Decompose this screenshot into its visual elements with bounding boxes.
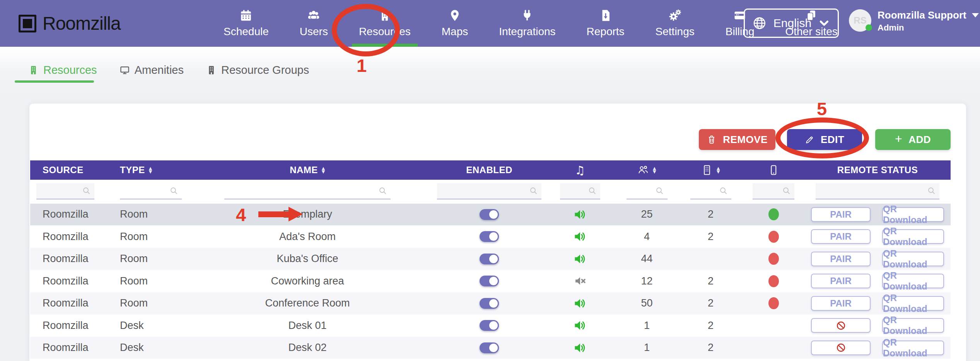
table-row-coworking-area[interactable]: Roomzilla Room Coworking area 12 2 PAIR …	[30, 270, 951, 292]
enabled-toggle-on[interactable]	[480, 298, 499, 309]
table-row-desk-02[interactable]: Roomzilla Desk Desk 02 1 2 QR Download	[30, 336, 951, 359]
nav-item-integrations[interactable]: Integrations	[496, 0, 558, 47]
remote-status-filter-input[interactable]	[816, 183, 939, 199]
active-nav-indicator	[352, 44, 418, 47]
name-filter-input[interactable]	[224, 183, 391, 199]
table-row-conference-room[interactable]: Roomzilla Room Conference Room 50 2 PAIR…	[30, 292, 951, 314]
pair-button[interactable]: PAIR	[811, 274, 871, 288]
header-screens[interactable]: ▲▼	[679, 160, 743, 180]
header-type[interactable]: TYPE▲▼	[97, 160, 182, 180]
cell-type: Room	[97, 293, 182, 314]
edit-button[interactable]: EDIT	[787, 129, 862, 150]
enabled-toggle-on[interactable]	[480, 231, 499, 242]
plus-icon: +	[895, 132, 902, 146]
users-icon	[307, 9, 320, 22]
filter-row	[30, 180, 951, 203]
nav-item-reports[interactable]: Reports	[584, 0, 628, 47]
roomzilla-logo[interactable]: Roomzilla	[19, 0, 121, 47]
monitor-icon	[120, 65, 130, 75]
globe-icon	[753, 16, 767, 30]
cell-type: Desk	[97, 315, 182, 337]
header-capacity[interactable]: ▲▼	[615, 160, 679, 180]
capacity-filter-input[interactable]	[627, 183, 668, 199]
qr-download-button[interactable]: QR Download	[882, 207, 944, 222]
audio-filter-input[interactable]	[560, 183, 600, 199]
cell-type: Room	[97, 271, 182, 292]
nav-label: Resources	[359, 26, 411, 38]
remove-button[interactable]: REMOVE	[699, 129, 775, 150]
qr-download-button[interactable]: QR Download	[882, 274, 944, 288]
pair-button[interactable]: PAIR	[811, 229, 871, 244]
table-row-exemplary[interactable]: Roomzilla Room Exemplary 25 2 PAIR QR Do…	[30, 203, 951, 225]
caret-down-icon	[972, 13, 979, 17]
cell-capacity: 1	[615, 337, 679, 359]
cell-screens: 2	[679, 337, 743, 359]
screens-filter-input[interactable]	[690, 183, 731, 199]
pair-button[interactable]: PAIR	[811, 296, 871, 311]
nav-label: Maps	[442, 26, 468, 38]
qr-download-button[interactable]: QR Download	[882, 229, 944, 244]
search-icon	[529, 186, 538, 196]
nav-item-settings[interactable]: Settings	[652, 0, 698, 47]
header-audio[interactable]: ♫	[545, 160, 615, 180]
header-enabled[interactable]: ENABLED	[433, 160, 545, 180]
tablet-filter-input[interactable]	[753, 183, 794, 199]
enabled-filter-input[interactable]	[437, 183, 541, 199]
cell-name: Coworking area	[182, 271, 433, 292]
nav-item-resources[interactable]: Resources	[356, 0, 414, 47]
status-dot-red	[768, 253, 779, 265]
sort-icon[interactable]: ▲▼	[717, 167, 720, 174]
source-filter-input[interactable]	[36, 183, 94, 199]
enabled-toggle-on[interactable]	[480, 254, 499, 264]
pair-button[interactable]: PAIR	[811, 207, 871, 222]
search-icon	[588, 186, 597, 196]
user-menu[interactable]: RS Roomzilla Support Admin	[849, 9, 979, 33]
building-icon	[378, 9, 391, 22]
nav-item-users[interactable]: Users	[297, 0, 331, 47]
no-entry-icon	[836, 342, 846, 353]
tab-resource-groups[interactable]: Resource Groups	[206, 64, 309, 77]
cell-capacity: 44	[615, 248, 679, 270]
qr-download-button[interactable]: QR Download	[882, 252, 944, 266]
enabled-toggle-on[interactable]	[480, 320, 499, 331]
cell-screens: 2	[679, 271, 743, 292]
table-row-kubas-office[interactable]: Roomzilla Room Kuba's Office 44 PAIR QR …	[30, 247, 951, 270]
sort-icon[interactable]: ▲▼	[322, 167, 325, 174]
cell-source: Roomzilla	[30, 204, 97, 225]
cell-name: Kuba's Office	[182, 248, 433, 270]
header-source[interactable]: SOURCE	[30, 160, 97, 180]
enabled-toggle-on[interactable]	[480, 209, 499, 220]
tab-amenities[interactable]: Amenities	[120, 64, 184, 77]
no-entry-icon	[836, 320, 846, 331]
header-name[interactable]: NAME▲▼	[182, 160, 433, 180]
status-dot-red	[768, 275, 779, 287]
header-remote-status[interactable]: REMOTE STATUS	[804, 160, 951, 180]
pair-blocked-button[interactable]	[811, 318, 871, 333]
table-row-adas-room[interactable]: Roomzilla Room Ada's Room 4 2 PAIR QR Do…	[30, 225, 951, 248]
enabled-toggle-on[interactable]	[480, 342, 499, 353]
nav-item-maps[interactable]: Maps	[439, 0, 471, 47]
pair-button[interactable]: PAIR	[811, 252, 871, 266]
table-row-desk-01[interactable]: Roomzilla Desk Desk 01 1 2 QR Download	[30, 314, 951, 337]
status-dot-green	[768, 208, 779, 220]
header-tablet[interactable]	[743, 160, 804, 180]
qr-download-button[interactable]: QR Download	[882, 341, 944, 355]
sort-icon[interactable]: ▲▼	[653, 167, 656, 174]
active-tab-indicator	[15, 80, 94, 83]
nav-item-schedule[interactable]: Schedule	[220, 0, 272, 47]
sub-tab-bar: Resources Amenities Resource Groups	[0, 47, 980, 104]
pair-blocked-button[interactable]	[811, 341, 871, 355]
add-label: ADD	[908, 134, 931, 146]
tab-resources[interactable]: Resources	[28, 64, 97, 77]
type-filter-input[interactable]	[120, 183, 182, 199]
plug-icon	[521, 9, 534, 22]
language-selector[interactable]: English	[744, 9, 839, 38]
audio-on-icon	[573, 252, 587, 266]
sort-icon[interactable]: ▲▼	[149, 167, 152, 174]
qr-download-button[interactable]: QR Download	[882, 318, 944, 333]
cell-capacity: 12	[615, 271, 679, 292]
add-button[interactable]: + ADD	[875, 129, 951, 150]
qr-download-button[interactable]: QR Download	[882, 296, 944, 311]
tab-label: Resources	[43, 64, 97, 77]
enabled-toggle-on[interactable]	[480, 276, 499, 286]
